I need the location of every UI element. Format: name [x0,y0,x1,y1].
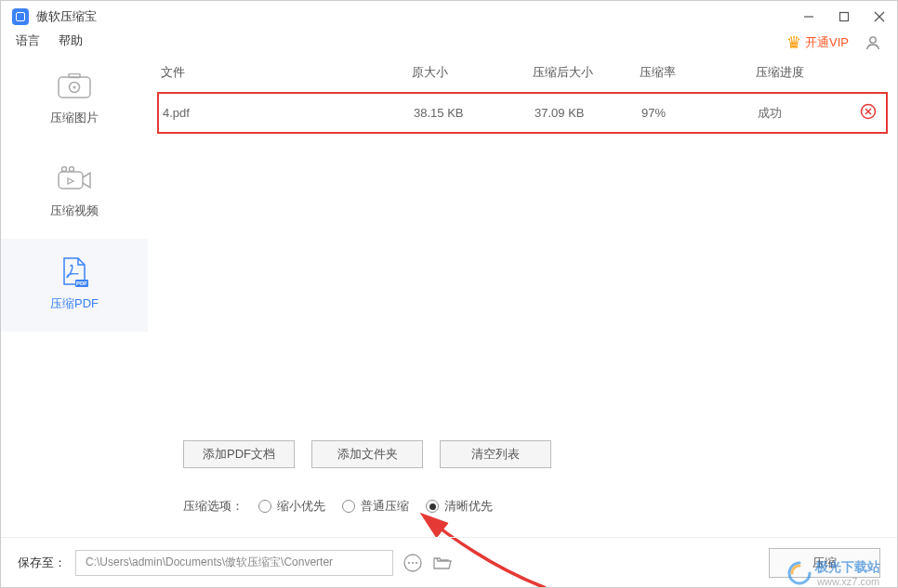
body-area: 压缩图片 压缩视频 PDF 压缩PDF 文件 原大小 压缩后大小 压缩率 压缩进… [1,53,897,537]
app-title: 傲软压缩宝 [36,8,97,25]
sidebar: 压缩图片 压缩视频 PDF 压缩PDF [1,53,148,537]
more-options-icon[interactable] [403,553,423,573]
options-row: 压缩选项： 缩小优先 普通压缩 清晰优先 [183,498,878,515]
svg-point-20 [416,561,417,563]
header-orig: 原大小 [412,64,533,81]
radio-label: 普通压缩 [361,498,409,515]
add-folder-button[interactable]: 添加文件夹 [311,440,423,468]
options-label: 压缩选项： [183,498,244,515]
clear-list-button[interactable]: 清空列表 [440,440,551,468]
svg-text:PDF: PDF [76,281,87,286]
header-prog: 压缩进度 [756,64,858,81]
crown-icon: ♛ [786,33,801,53]
radio-normal[interactable]: 普通压缩 [342,498,409,515]
svg-point-10 [62,167,67,172]
user-icon[interactable] [864,33,882,52]
svg-rect-8 [69,74,80,78]
sidebar-label: 压缩视频 [50,203,99,219]
table-body: 4.pdf 38.15 KB 37.09 KB 97% 成功 [148,92,897,418]
radio-group: 缩小优先 普通压缩 清晰优先 [258,498,493,515]
vip-button[interactable]: ♛ 开通VIP [786,33,849,53]
controls-area: 添加PDF文档 添加文件夹 清空列表 压缩选项： 缩小优先 普通压缩 [148,418,897,537]
table-row[interactable]: 4.pdf 38.15 KB 37.09 KB 97% 成功 [157,92,888,134]
svg-point-18 [408,561,410,563]
menu-language[interactable]: 语言 [16,33,40,49]
maximize-button[interactable] [838,10,851,23]
vip-area: ♛ 开通VIP [786,33,882,53]
window-controls [802,10,886,23]
sidebar-item-image[interactable]: 压缩图片 [1,53,148,146]
vip-label: 开通VIP [805,34,849,51]
main-panel: 文件 原大小 压缩后大小 压缩率 压缩进度 4.pdf 38.15 KB 37.… [148,53,897,537]
button-row: 添加PDF文档 添加文件夹 清空列表 [183,440,878,468]
svg-point-11 [70,167,74,172]
radio-label: 缩小优先 [277,498,325,515]
camera-icon [57,72,92,100]
radio-icon [342,500,355,513]
svg-point-19 [412,561,414,563]
open-folder-icon[interactable] [432,553,453,573]
radio-icon [426,500,439,513]
minimize-button[interactable] [802,10,815,23]
app-icon [12,8,29,25]
radio-label: 清晰优先 [444,498,493,515]
radio-shrink-first[interactable]: 缩小优先 [258,498,325,515]
sidebar-label: 压缩PDF [50,295,99,312]
menu-help[interactable]: 帮助 [59,33,83,49]
radio-clarity-first[interactable]: 清晰优先 [426,498,493,515]
cell-action [860,103,877,123]
sidebar-label: 压缩图片 [50,110,99,126]
table-header: 文件 原大小 压缩后大小 压缩率 压缩进度 [148,53,897,92]
header-rate: 压缩率 [640,64,756,81]
cell-prog: 成功 [758,105,860,122]
cell-orig: 38.15 KB [414,106,535,120]
save-path-input[interactable] [75,550,393,576]
header-file: 文件 [161,64,412,81]
footer: 保存至： 压缩 [1,537,897,587]
header-comp: 压缩后大小 [533,64,640,81]
save-to-label: 保存至： [18,555,66,571]
sidebar-item-video[interactable]: 压缩视频 [1,146,148,239]
sidebar-item-pdf[interactable]: PDF 压缩PDF [1,239,148,332]
svg-point-7 [73,86,76,89]
pdf-icon: PDF [57,258,92,286]
delete-row-icon[interactable] [860,103,877,120]
menu-bar: 语言 帮助 ♛ 开通VIP [1,33,897,53]
cell-comp: 37.09 KB [535,106,641,120]
svg-rect-1 [840,13,849,21]
close-button[interactable] [873,10,886,23]
add-pdf-button[interactable]: 添加PDF文档 [183,440,295,468]
title-bar: 傲软压缩宝 [1,1,897,33]
cell-file: 4.pdf [163,106,414,120]
radio-icon [258,500,271,513]
svg-point-4 [870,37,876,43]
compress-button[interactable]: 压缩 [769,548,880,578]
video-icon [57,165,92,193]
cell-rate: 97% [641,106,758,120]
